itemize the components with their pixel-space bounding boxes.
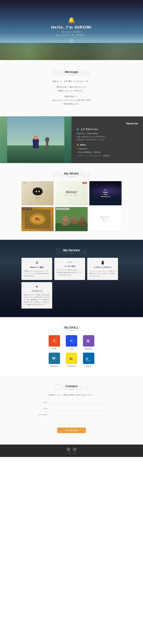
service-mobile-title: レスポンシブデザイン [89, 266, 116, 269]
portfolio-card-night[interactable]: The Night of the Milky Way Train [89, 181, 122, 205]
form-row-message: your message [36, 412, 107, 424]
service-web-desc: ご要望のヒアリングをもとにレイアウト、コーディングとWordpressの制作をお… [24, 270, 50, 277]
about-info: About me 🐦 土井 博美@Twitter 大阪生まれ、兵庫を本拠地に、 … [72, 116, 143, 163]
contact-title-wrap: Contact Contact [4, 384, 139, 390]
message-textarea[interactable] [49, 412, 107, 424]
service-cards-row2: ✖ メンテナンス 既存のホームページの修正、新たな記事などのコンテンツ追加に対応… [22, 282, 122, 308]
skill-jquery: jQ JQUERY jQuery [83, 352, 94, 367]
email-input[interactable] [49, 406, 107, 410]
service-title: My Service [4, 248, 139, 252]
form-row-email: e-mail [36, 406, 107, 410]
form-row-name: name [36, 400, 107, 404]
new-badge: NEW! [82, 182, 87, 184]
skill-divider [69, 330, 74, 331]
svg-point-15 [101, 182, 101, 183]
hero-section: 🔔 Hello, I'm HIROMI FYI 2つひとつを丁寧に! あなたと寄… [0, 0, 143, 60]
hero-title: Hello, I'm HIROMI [51, 25, 92, 30]
contact-title: Contact [4, 384, 139, 388]
service-maintenance-title: メンテナンス [24, 290, 50, 292]
about-name: 土井 博美@Twitter [80, 128, 98, 131]
message-content: 初めまして、土井 博美（どいひろみ）です。 御社の公式に一値をを考えることで様素… [36, 80, 107, 106]
bunny-sub: かわいいのは、うさぎ。 [64, 194, 78, 196]
code-icon: </> [56, 261, 83, 264]
portfolio-card-catchi[interactable]: Catchi Catchi [22, 181, 54, 205]
jquery-label: jQuery [86, 365, 91, 367]
service-divider [69, 253, 74, 254]
css3-icon: 3 [66, 335, 77, 346]
message-label: your message [36, 412, 47, 415]
web-icon: 🖥 [24, 261, 50, 265]
portfolio-card-bunny[interactable]: NEW! Bunny! かわいいのは、うさぎ。 [55, 181, 88, 205]
skill-section: Skill My SKILL 5 HTML 3 CSS [0, 317, 143, 376]
skill-css3: 3 CSS [66, 335, 77, 350]
contact-section: Contact Contact お気軽にどうぞ。ご登録もお気軽にお問い合わせくだ… [0, 376, 143, 444]
svg-text:JS: JS [69, 357, 72, 360]
svg-text:JQUERY: JQUERY [86, 360, 91, 362]
name-input[interactable] [49, 400, 107, 404]
cat-shape [32, 188, 42, 195]
hero-subtitle-en: FYI 2つひとつを丁寧に! [62, 31, 82, 33]
svg-text:3: 3 [70, 339, 72, 342]
service-web-title: Webサイト制作 [24, 266, 50, 269]
html5-icon: 5 [48, 335, 60, 346]
skill-js: JS JavaScript [66, 352, 77, 367]
svg-point-14 [96, 184, 96, 185]
night-line1: The [101, 189, 110, 191]
submit-button[interactable]: Send Message [57, 428, 86, 433]
js-label: JavaScript [68, 365, 76, 367]
skill-bootstrap: B Bootstrap [83, 335, 94, 350]
svg-point-27 [116, 191, 116, 191]
about-photo-svg [0, 117, 72, 162]
portfolio-card-dogs[interactable]: SAMPLE COMPANY [55, 207, 88, 231]
bell-icon: 🔔 [68, 17, 75, 24]
svg-point-13 [92, 183, 92, 184]
night-text: The Night of the Milky Way Train [101, 189, 110, 198]
service-section: Service My Service 🖥 Webサイト制作 ご要望のヒアリングを… [0, 240, 143, 317]
contact-divider [69, 389, 74, 390]
mobile-icon: 📱 [89, 261, 116, 265]
about-photo-inner [0, 116, 72, 163]
night-line4: Milky Way Train [101, 196, 110, 198]
message-divider [69, 75, 74, 75]
contact-description: お気軽にどうぞ。ご登録もお気軽にお問い合わせください。 [4, 394, 139, 396]
footer-social: 𝕏 f [3, 448, 140, 452]
portfolio-grid-bottom: SAMPLE SITE SAMPLE COMPANY [22, 207, 122, 231]
svg-point-11 [36, 190, 37, 192]
message-title-wrap: Message Message [3, 70, 140, 75]
message-section: Message Message 初めまして、土井 博美（どいひろみ）です。 御社… [0, 60, 143, 116]
facebook-social-icon[interactable]: f [73, 448, 77, 452]
message-p3: 万家を目指して、あなたのコミュニケーションを寄り添う丁寧で洗学日常化します。 [36, 95, 107, 106]
svg-text:jQ: jQ [86, 358, 88, 360]
service-code-title: コーダー代行 [56, 265, 83, 268]
skill-wordpress: W Wordpress [48, 352, 60, 367]
portfolio-card-food[interactable]: SAMPLE SITE [22, 207, 54, 231]
catchi-title-text: Catchi [34, 196, 40, 199]
status-item-3: ✔ブログ「ふいーほうのブログ」を運営中 [76, 154, 138, 158]
svg-point-12 [38, 190, 40, 192]
hero-scroll-button[interactable]: ▼ [70, 39, 74, 43]
about-info-title: About me [76, 122, 138, 125]
svg-text:W: W [52, 356, 56, 360]
footer-copyright: © 2019 HIROMI [3, 452, 140, 454]
about-desc: 大阪生まれ、兵庫を本拠地に、 お菓いを作るをるような方が大好きで、 千里山のミス… [76, 132, 138, 142]
wordpress-icon: W [48, 352, 60, 364]
about-section: About me 🐦 土井 博美@Twitter 大阪生まれ、兵庫を本拠地に、 … [0, 116, 143, 163]
svg-rect-3 [46, 142, 48, 151]
twitter-social-icon[interactable]: 𝕏 [66, 448, 70, 452]
about-photo [0, 116, 72, 163]
svg-point-33 [38, 219, 40, 221]
svg-rect-7 [33, 141, 38, 148]
food-svg [25, 210, 50, 229]
skill-html5: 5 HTML [48, 335, 60, 350]
service-cards-row1: 🖥 Webサイト制作 ご要望のヒアリングをもとにレイアウト、コーディングとWor… [22, 258, 122, 280]
catchi-label: Catchi [22, 182, 26, 184]
footer: 𝕏 f © 2019 HIROMI [0, 444, 143, 457]
portfolio-card-text[interactable]: 主品に立てます。愛します。 詳細はこちら [89, 207, 122, 231]
about-status-title: ✏️ Status [76, 144, 138, 146]
message-p1: 初めまして、土井 博美（どいひろみ）です。 [36, 80, 107, 83]
message-p2: 御社の公式に一値をを考えることで様素なことについて学びます。 [36, 85, 107, 93]
svg-point-25 [114, 190, 114, 190]
service-code-desc: デザインデータをHTMLとCSSとJavaScriptの組み込みを請負うとコーデ… [56, 269, 83, 276]
service-title-wrap: Service My Service [4, 248, 139, 254]
svg-point-21 [108, 186, 108, 186]
